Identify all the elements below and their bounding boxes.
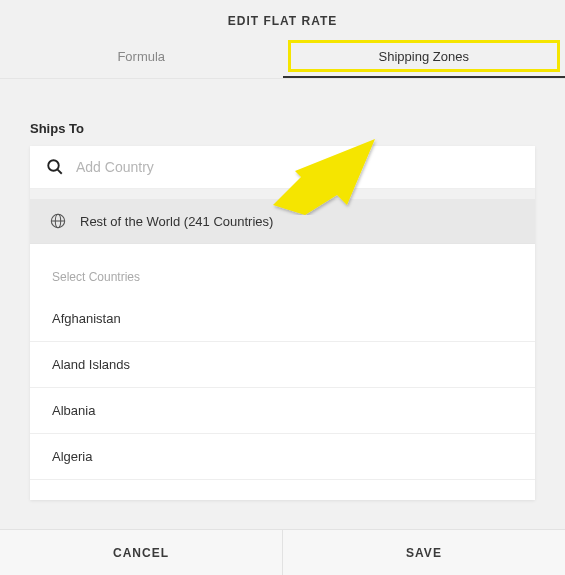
footer-bar: CANCEL SAVE: [0, 529, 565, 575]
rest-of-world-label: Rest of the World (241 Countries): [80, 214, 273, 229]
panel-divider: [30, 189, 535, 199]
search-input[interactable]: [76, 159, 519, 175]
tab-shipping-zones[interactable]: Shipping Zones: [283, 40, 566, 78]
ships-to-label: Ships To: [30, 121, 535, 136]
rest-of-world-row[interactable]: Rest of the World (241 Countries): [30, 199, 535, 244]
svg-line-1: [58, 170, 62, 174]
svg-point-0: [48, 160, 59, 171]
modal-header: EDIT FLAT RATE Formula Shipping Zones: [0, 0, 565, 79]
list-item[interactable]: Aland Islands: [30, 342, 535, 388]
country-panel: Rest of the World (241 Countries) Select…: [30, 146, 535, 500]
search-icon: [46, 158, 64, 176]
save-button[interactable]: SAVE: [283, 530, 565, 575]
select-countries-label: Select Countries: [30, 244, 535, 296]
tab-formula[interactable]: Formula: [0, 40, 283, 78]
tab-shipping-zones-label: Shipping Zones: [379, 49, 469, 64]
cancel-button[interactable]: CANCEL: [0, 530, 283, 575]
globe-icon: [50, 213, 66, 229]
search-row: [30, 146, 535, 189]
modal-title: EDIT FLAT RATE: [0, 0, 565, 40]
panel-padding: [30, 480, 535, 500]
content-area: Ships To Rest of the World (241 Countrie…: [0, 79, 565, 500]
list-item[interactable]: Afghanistan: [30, 296, 535, 342]
active-tab-underline: [283, 76, 566, 78]
list-item[interactable]: Albania: [30, 388, 535, 434]
tab-bar: Formula Shipping Zones: [0, 40, 565, 78]
list-item[interactable]: Algeria: [30, 434, 535, 480]
